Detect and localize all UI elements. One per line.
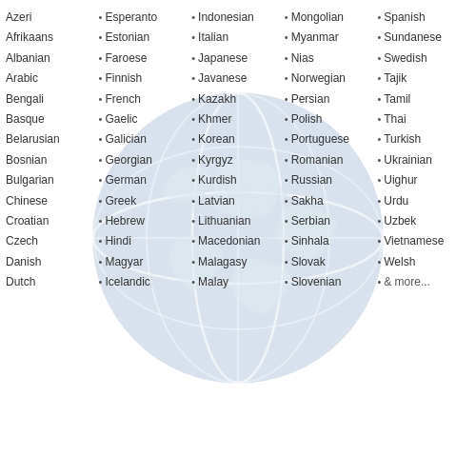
language-name: Malagasy (198, 254, 247, 270)
language-name: Nias (291, 50, 314, 67)
bullet-icon: • (191, 10, 195, 26)
list-item: Basque (6, 109, 99, 129)
language-name: Afrikaans (6, 30, 53, 46)
bullet-icon: • (99, 194, 103, 209)
bullet-icon: • (191, 234, 195, 249)
list-item: •Greek (99, 191, 192, 211)
language-name: Chinese (6, 193, 48, 209)
list-item: •& more... (377, 272, 470, 292)
list-item: •Hebrew (99, 211, 192, 231)
language-name: Khmer (198, 111, 231, 128)
list-item: •Welsh (377, 252, 470, 272)
bullet-icon: • (377, 275, 381, 290)
language-name: Italian (198, 30, 228, 46)
language-name: German (105, 172, 146, 188)
language-name: Esperanto (105, 10, 157, 26)
language-name: Hindi (105, 233, 130, 249)
language-list: AzeriAfrikaansAlbanianArabicBengaliBasqu… (0, 0, 476, 300)
list-item: •Lithuanian (191, 211, 285, 231)
list-item: •Sundanese (377, 28, 470, 48)
language-name: Latvian (198, 193, 235, 209)
list-item: Czech (6, 231, 99, 251)
list-item: •Georgian (99, 150, 192, 170)
bullet-icon: • (377, 214, 381, 229)
list-item: •Macedonian (191, 231, 285, 251)
bullet-icon: • (191, 51, 195, 67)
language-name: Ukrainian (384, 152, 432, 169)
language-name: Indonesian (198, 10, 254, 26)
language-name: Urdu (384, 193, 408, 209)
language-name: Azeri (6, 10, 31, 26)
bullet-icon: • (99, 173, 103, 188)
list-item: •Myanmar (285, 28, 378, 48)
bullet-icon: • (285, 153, 288, 169)
list-item: •Sinhala (285, 231, 378, 251)
language-name: Kazakh (198, 91, 236, 108)
bullet-icon: • (285, 255, 288, 270)
bullet-icon: • (285, 173, 288, 188)
list-item: •Persian (285, 89, 378, 109)
language-column-4: •Spanish•Sundanese•Swedish•Tajik•Tamil•T… (377, 8, 470, 292)
language-name: Javanese (198, 70, 247, 87)
list-item: •Romanian (285, 150, 378, 170)
list-item: •Icelandic (99, 272, 192, 292)
bullet-icon: • (99, 234, 103, 249)
list-item: •Polish (285, 109, 378, 129)
language-name: Sundanese (384, 30, 442, 46)
bullet-icon: • (285, 30, 288, 46)
list-item: Bengali (6, 89, 99, 109)
list-item: •French (99, 89, 192, 109)
bullet-icon: • (285, 234, 288, 249)
language-column-2: •Indonesian•Italian•Japanese•Javanese•Ka… (191, 8, 285, 292)
language-name: Myanmar (291, 30, 339, 46)
bullet-icon: • (285, 194, 288, 209)
language-name: Swedish (384, 50, 426, 67)
bullet-icon: • (377, 132, 381, 148)
language-name: Bulgarian (6, 172, 54, 188)
language-name: Persian (291, 91, 330, 108)
language-column-1: •Esperanto•Estonian•Faroese•Finnish•Fren… (99, 8, 192, 292)
bullet-icon: • (191, 275, 195, 290)
list-item: Chinese (6, 191, 99, 211)
list-item: •Swedish (377, 49, 470, 69)
language-name: Arabic (6, 70, 38, 87)
bullet-icon: • (285, 214, 288, 229)
list-item: •Faroese (99, 49, 192, 69)
language-name: Serbian (291, 213, 330, 229)
language-name: Finnish (105, 70, 142, 87)
language-name: Gaelic (105, 111, 137, 128)
bullet-icon: • (191, 92, 195, 108)
bullet-icon: • (99, 275, 103, 290)
bullet-icon: • (191, 214, 195, 229)
list-item: •German (99, 170, 192, 190)
list-item: Dutch (6, 272, 99, 292)
language-name: Sakha (291, 193, 324, 209)
bullet-icon: • (191, 194, 195, 209)
language-name: Danish (6, 254, 41, 270)
bullet-icon: • (377, 30, 381, 46)
bullet-icon: • (377, 112, 381, 128)
bullet-icon: • (285, 51, 288, 67)
bullet-icon: • (99, 71, 103, 87)
bullet-icon: • (377, 234, 381, 249)
bullet-icon: • (99, 255, 103, 270)
bullet-icon: • (191, 112, 195, 128)
list-item: •Indonesian (191, 8, 285, 28)
list-item: •Mongolian (285, 8, 378, 28)
bullet-icon: • (377, 51, 381, 67)
language-name: Macedonian (198, 233, 260, 249)
list-item: •Hindi (99, 231, 192, 251)
language-name: Belarusian (6, 131, 60, 148)
bullet-icon: • (99, 10, 103, 26)
language-name: Thai (384, 111, 406, 128)
language-column-3: •Mongolian•Myanmar•Nias•Norwegian•Persia… (285, 8, 378, 292)
list-item: •Esperanto (99, 8, 192, 28)
list-item: •Magyar (99, 252, 192, 272)
more-label: & more... (384, 274, 430, 290)
bullet-icon: • (191, 173, 195, 188)
list-item: •Russian (285, 170, 378, 190)
list-item: •Estonian (99, 28, 192, 48)
bullet-icon: • (285, 275, 288, 290)
language-name: Basque (6, 111, 45, 128)
list-item: •Spanish (377, 8, 470, 28)
